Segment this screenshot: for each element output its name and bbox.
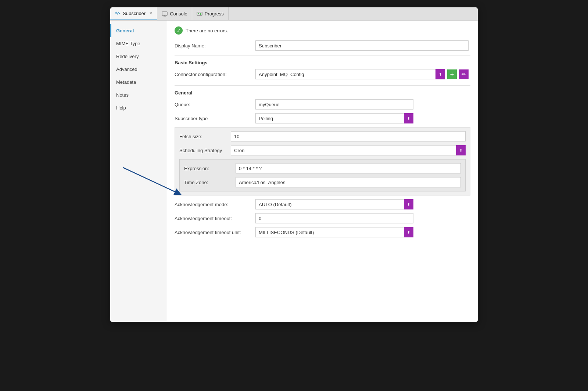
svg-rect-5: [200, 13, 201, 15]
display-name-input[interactable]: [255, 40, 469, 51]
add-connector-button[interactable]: +: [447, 69, 457, 79]
basic-settings-label: Basic Settings: [175, 60, 470, 65]
ack-mode-label: Acknowledgement mode:: [175, 202, 255, 207]
sidebar-item-metadata[interactable]: Metadata: [110, 76, 167, 89]
fetch-size-label: Fetch size:: [179, 134, 231, 139]
sidebar-item-redelivery[interactable]: Redelivery: [110, 50, 167, 63]
ack-mode-row: Acknowledgement mode: AUTO (Default) ⬍: [175, 199, 470, 209]
polling-subsection: Fetch size: Scheduling Strategy Cron ⬍: [175, 127, 470, 196]
svg-rect-0: [162, 12, 167, 15]
divider-1: [175, 55, 470, 55]
general-section: General Queue: Subscriber type Polling ⬍: [175, 90, 470, 237]
ack-mode-select[interactable]: AUTO (Default): [255, 199, 413, 209]
expression-label: Expression:: [184, 166, 236, 171]
ack-timeout-unit-row: Acknowledgement timeout unit: MILLISECON…: [175, 227, 470, 237]
ack-timeout-unit-label: Acknowledgement timeout unit:: [175, 230, 255, 235]
timezone-input[interactable]: [236, 177, 461, 187]
scheduling-strategy-select[interactable]: Cron: [231, 145, 466, 155]
svg-rect-4: [198, 13, 199, 14]
expression-input[interactable]: [236, 163, 461, 173]
content-area: ✓ There are no errors. Display Name: Bas…: [167, 21, 478, 322]
subscriber-type-row: Subscriber type Polling ⬍: [175, 113, 470, 123]
ack-timeout-row: Acknowledgement timeout:: [175, 213, 470, 223]
connector-config-label: Connector configuration:: [175, 72, 255, 77]
subscriber-type-select[interactable]: Polling: [255, 113, 413, 123]
scheduling-strategy-label: Scheduling Strategy: [179, 148, 231, 153]
tab-progress[interactable]: Progress: [192, 7, 229, 20]
status-icon: ✓: [175, 26, 183, 35]
fetch-size-row: Fetch size:: [179, 131, 466, 141]
display-name-label: Display Name:: [175, 43, 255, 49]
queue-row: Queue:: [175, 99, 470, 110]
sidebar-item-notes[interactable]: Notes: [110, 89, 167, 101]
tab-close-button[interactable]: ✕: [149, 11, 153, 16]
status-message: There are no errors.: [186, 28, 228, 33]
subscriber-type-label: Subscriber type: [175, 116, 255, 121]
edit-connector-button[interactable]: ✏: [459, 69, 469, 79]
divider-2: [175, 85, 470, 86]
fetch-size-input[interactable]: [231, 131, 466, 141]
edit-icon: ✏: [462, 71, 466, 77]
progress-tab-icon: [197, 11, 202, 17]
tab-subscriber-label: Subscriber: [123, 11, 146, 16]
sidebar-item-mime-type[interactable]: MIME Type: [110, 37, 167, 50]
main-layout: General MIME Type Redelivery Advanced Me…: [110, 21, 478, 322]
ack-timeout-unit-select[interactable]: MILLISECONDS (Default): [255, 227, 413, 237]
expression-row: Expression:: [184, 163, 461, 173]
console-tab-icon: [162, 11, 168, 17]
tab-progress-label: Progress: [205, 11, 224, 17]
tab-console-label: Console: [170, 11, 187, 17]
tab-bar: Subscriber ✕ Console Progress: [110, 7, 478, 21]
connector-config-row: Connector configuration: Anypoint_MQ_Con…: [175, 69, 470, 79]
basic-settings-section: Basic Settings Connector configuration: …: [175, 60, 470, 79]
connector-config-select[interactable]: Anypoint_MQ_Config: [255, 69, 445, 79]
sidebar-item-advanced[interactable]: Advanced: [110, 63, 167, 76]
queue-label: Queue:: [175, 102, 255, 107]
main-window: Subscriber ✕ Console Progress: [110, 7, 478, 322]
queue-input[interactable]: [255, 99, 413, 110]
sidebar-item-general[interactable]: General: [110, 24, 167, 37]
status-bar: ✓ There are no errors.: [175, 26, 470, 35]
sidebar-item-help[interactable]: Help: [110, 101, 167, 114]
cron-subsection: Expression: Time Zone:: [179, 159, 466, 191]
sidebar: General MIME Type Redelivery Advanced Me…: [110, 21, 167, 322]
tab-subscriber[interactable]: Subscriber ✕: [110, 7, 157, 20]
timezone-row: Time Zone:: [184, 177, 461, 187]
ack-timeout-label: Acknowledgement timeout:: [175, 216, 255, 221]
scheduling-strategy-row: Scheduling Strategy Cron ⬍: [179, 145, 466, 155]
subscriber-tab-icon: [115, 11, 121, 17]
ack-timeout-input[interactable]: [255, 213, 413, 223]
tab-console[interactable]: Console: [157, 7, 192, 20]
general-section-label: General: [175, 90, 470, 96]
timezone-label: Time Zone:: [184, 180, 236, 185]
display-name-row: Display Name:: [175, 40, 470, 51]
